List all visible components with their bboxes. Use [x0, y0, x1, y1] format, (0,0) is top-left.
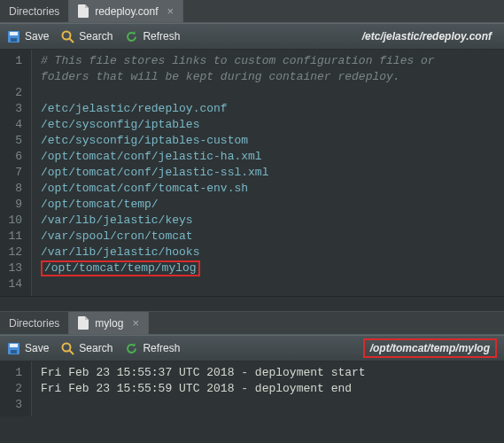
code-editor[interactable]: 1 2 3 Fri Feb 23 15:55:37 UTC 2018 - dep…: [0, 361, 504, 416]
button-label: Search: [79, 30, 112, 43]
refresh-icon: [125, 30, 138, 43]
refresh-icon: [125, 342, 138, 355]
code-path: /etc/sysconfig/iptables: [41, 118, 199, 131]
tab-file-mylog[interactable]: mylog ×: [69, 312, 149, 334]
button-label: Save: [25, 342, 49, 354]
svg-rect-1: [10, 32, 18, 35]
tab-file-redeploy[interactable]: redeploy.conf ×: [69, 0, 183, 22]
tab-directories[interactable]: Directories: [0, 0, 69, 22]
editor-pane-top: Directories redeploy.conf × Save Search: [0, 0, 504, 296]
search-button[interactable]: Search: [61, 342, 112, 355]
search-icon: [61, 30, 74, 43]
code-body[interactable]: Fri Feb 23 15:55:37 UTC 2018 - deploymen…: [32, 361, 504, 416]
code-comment: folders that will be kept during contain…: [41, 70, 400, 83]
button-label: Refresh: [143, 30, 180, 43]
log-line: Fri Feb 23 15:55:59 UTC 2018 - deploymen…: [41, 382, 352, 395]
refresh-button[interactable]: Refresh: [125, 30, 180, 43]
file-icon: [78, 4, 89, 18]
close-icon[interactable]: ×: [167, 5, 174, 17]
svg-rect-7: [11, 350, 17, 354]
tab-directories[interactable]: Directories: [0, 312, 69, 334]
close-icon[interactable]: ×: [132, 317, 139, 329]
svg-rect-2: [11, 38, 17, 42]
toolbar: Save Search Refresh /opt/tomcat/temp/myl…: [0, 335, 504, 361]
save-button[interactable]: Save: [7, 30, 49, 43]
save-button[interactable]: Save: [7, 342, 49, 355]
log-line: Fri Feb 23 15:55:37 UTC 2018 - deploymen…: [41, 366, 366, 379]
tab-label: mylog: [95, 317, 123, 330]
search-icon: [61, 342, 74, 355]
code-path: /etc/sysconfig/iptables-custom: [41, 134, 248, 147]
file-path-highlighted: /opt/tomcat/temp/mylog: [363, 338, 497, 358]
tab-bar: Directories redeploy.conf ×: [0, 0, 504, 23]
code-comment: # This file stores links to custom confi…: [41, 54, 435, 67]
toolbar: Save Search Refresh /etc/jelastic/redepl…: [0, 23, 504, 50]
search-button[interactable]: Search: [61, 30, 112, 43]
file-path: /etc/jelastic/redeploy.conf: [357, 28, 497, 44]
tab-label: Directories: [9, 317, 59, 330]
code-path: /var/lib/jelastic/hooks: [41, 245, 199, 259]
code-path: /opt/tomcat/temp/: [41, 198, 159, 211]
code-path: /var/lib/jelastic/keys: [41, 214, 193, 227]
svg-point-8: [63, 343, 71, 351]
tab-label: redeploy.conf: [95, 5, 158, 18]
pane-divider[interactable]: [0, 296, 504, 312]
file-icon: [78, 316, 89, 330]
save-icon: [7, 342, 20, 355]
code-path-highlighted: /opt/tomcat/temp/mylog: [41, 260, 200, 276]
svg-line-9: [70, 350, 74, 354]
button-label: Search: [79, 342, 112, 354]
editor-pane-bottom: Directories mylog × Save Search: [0, 312, 504, 416]
code-path: /var/spool/cron/tomcat: [41, 229, 193, 243]
tab-bar: Directories mylog ×: [0, 312, 504, 335]
button-label: Save: [25, 30, 49, 43]
code-path: /opt/tomcat/conf/tomcat-env.sh: [41, 182, 248, 195]
svg-rect-6: [10, 344, 18, 347]
svg-line-4: [70, 38, 74, 43]
code-body[interactable]: # This file stores links to custom confi…: [32, 50, 504, 296]
button-label: Refresh: [143, 342, 180, 354]
line-gutter: 1 2 3 4 5 6 7 8 9 10 11 12 13 14: [0, 50, 32, 296]
code-path: /opt/tomcat/conf/jelastic-ha.xml: [41, 150, 262, 163]
code-path: /opt/tomcat/conf/jelastic-ssl.xml: [41, 166, 268, 179]
tab-label: Directories: [9, 5, 59, 18]
line-gutter: 1 2 3: [0, 361, 32, 416]
svg-point-3: [63, 31, 71, 39]
code-editor[interactable]: 1 2 3 4 5 6 7 8 9 10 11 12 13 14 # This …: [0, 50, 504, 296]
code-path: /etc/jelastic/redeploy.conf: [41, 102, 228, 115]
save-icon: [7, 30, 20, 43]
refresh-button[interactable]: Refresh: [125, 342, 180, 355]
